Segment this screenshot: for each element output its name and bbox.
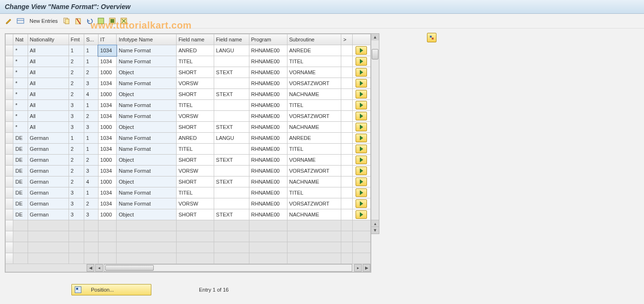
scroll-thumb-h[interactable] <box>105 265 154 271</box>
cell-fmt[interactable]: 2 <box>69 89 84 100</box>
cell-it[interactable]: 1034 <box>98 78 117 89</box>
cell-field2[interactable]: LANGU <box>214 45 249 56</box>
row-selector[interactable] <box>6 220 13 231</box>
row-selector[interactable] <box>6 111 13 122</box>
cell-nat[interactable]: * <box>13 56 28 67</box>
cell-subroutine[interactable]: TITEL <box>287 144 341 155</box>
cell-it[interactable]: 1000 <box>98 89 117 100</box>
cell-fmt[interactable]: 3 <box>69 100 84 111</box>
row-action-icon[interactable] <box>356 156 367 164</box>
cell-nat[interactable]: * <box>13 111 28 122</box>
position-button[interactable]: Position... <box>71 284 151 295</box>
cell-more[interactable] <box>341 100 352 111</box>
scroll-down-small-icon[interactable]: ▴ <box>371 220 379 227</box>
cell-fmt[interactable]: 2 <box>69 56 84 67</box>
cell-it[interactable]: 1000 <box>98 209 117 220</box>
select-all-icon[interactable] <box>97 17 105 25</box>
row-selector[interactable] <box>6 56 13 67</box>
cell-s[interactable]: 3 <box>84 166 98 177</box>
row-action-icon[interactable] <box>356 188 367 197</box>
cell-field2[interactable] <box>214 144 249 155</box>
cell-fmt[interactable]: 2 <box>69 67 84 78</box>
col-nationality[interactable]: Nationality <box>28 34 69 45</box>
row-action-icon[interactable] <box>356 210 367 219</box>
cell-field2[interactable]: STEXT <box>214 209 249 220</box>
col-more[interactable]: > <box>341 34 352 45</box>
row-selector-header[interactable] <box>6 34 13 45</box>
cell-s[interactable]: 4 <box>84 177 98 187</box>
row-action-icon[interactable] <box>356 134 367 142</box>
cell-subroutine[interactable]: NACHNAME <box>287 89 341 100</box>
cell-more[interactable] <box>341 67 352 78</box>
cell-subroutine[interactable]: NACHNAME <box>287 177 341 187</box>
cell-field1[interactable]: TITEL <box>176 56 214 67</box>
cell-more[interactable] <box>341 78 352 89</box>
cell-s[interactable]: 1 <box>84 187 98 198</box>
cell-program[interactable]: RHNAME00 <box>249 89 287 100</box>
row-action-icon[interactable] <box>356 112 367 120</box>
other-view-icon[interactable] <box>16 17 25 25</box>
cell-s[interactable]: 1 <box>84 45 98 56</box>
cell-more[interactable] <box>341 45 352 56</box>
scroll-track[interactable] <box>104 264 352 272</box>
cell-field2[interactable]: STEXT <box>214 122 249 133</box>
cell-field2[interactable]: STEXT <box>214 67 249 78</box>
row-action-icon[interactable] <box>356 57 367 66</box>
cell-more[interactable] <box>341 187 352 198</box>
cell-s[interactable]: 3 <box>84 122 98 133</box>
cell-fmt[interactable]: 2 <box>69 155 84 166</box>
cell-subroutine[interactable]: TITEL <box>287 56 341 67</box>
cell-program[interactable]: RHNAME00 <box>249 100 287 111</box>
cell-field1[interactable]: SHORT <box>176 177 214 187</box>
cell-it[interactable]: 1000 <box>98 67 117 78</box>
cell-program[interactable]: RHNAME00 <box>249 198 287 209</box>
cell-nat[interactable]: DE <box>13 133 28 144</box>
row-action-icon[interactable] <box>356 68 367 77</box>
cell-s[interactable]: 4 <box>84 89 98 100</box>
cell-it[interactable]: 1034 <box>98 45 117 56</box>
scroll-down-icon[interactable]: ▼ <box>371 226 379 234</box>
cell-field2[interactable] <box>214 187 249 198</box>
cell-subroutine[interactable]: VORSATZWORT <box>287 166 341 177</box>
cell-nat[interactable]: DE <box>13 187 28 198</box>
cell-field1[interactable]: SHORT <box>176 155 214 166</box>
cell-fmt[interactable]: 3 <box>69 122 84 133</box>
scroll-thumb[interactable] <box>372 49 378 59</box>
cell-nat[interactable]: DE <box>13 166 28 177</box>
cell-field1[interactable]: TITEL <box>176 187 214 198</box>
cell-s[interactable]: 1 <box>84 56 98 67</box>
cell-fmt[interactable]: 3 <box>69 209 84 220</box>
cell-fmt[interactable]: 1 <box>69 133 84 144</box>
toggle-display-change-icon[interactable] <box>5 17 13 25</box>
cell-field2[interactable] <box>214 100 249 111</box>
row-selector[interactable] <box>6 78 13 89</box>
cell-s[interactable]: 1 <box>84 100 98 111</box>
row-selector[interactable] <box>6 166 13 177</box>
col-infotype-name[interactable]: Infotype Name <box>117 34 176 45</box>
cell-nat[interactable]: * <box>13 122 28 133</box>
col-field-name-2[interactable]: Field name <box>214 34 249 45</box>
cell-it[interactable]: 1000 <box>98 122 117 133</box>
row-action-icon[interactable] <box>356 199 367 208</box>
cell-nat[interactable]: DE <box>13 209 28 220</box>
row-action-icon[interactable] <box>356 101 367 109</box>
cell-field2[interactable] <box>214 198 249 209</box>
cell-field2[interactable] <box>214 78 249 89</box>
scroll-left-small-icon[interactable]: ◂ <box>95 264 103 272</box>
cell-subroutine[interactable]: VORNAME <box>287 155 341 166</box>
cell-nat[interactable]: * <box>13 100 28 111</box>
cell-more[interactable] <box>341 155 352 166</box>
cell-field1[interactable]: SHORT <box>176 89 214 100</box>
cell-more[interactable] <box>341 209 352 220</box>
cell-program[interactable]: RHNAME00 <box>249 166 287 177</box>
cell-field1[interactable]: SHORT <box>176 122 214 133</box>
deselect-all-icon[interactable] <box>119 17 128 25</box>
cell-it[interactable]: 1034 <box>98 100 117 111</box>
horizontal-scrollbar[interactable]: ◀◂▸▶ <box>6 265 370 271</box>
col-s[interactable]: S... <box>84 34 98 45</box>
cell-subroutine[interactable]: NACHNAME <box>287 209 341 220</box>
cell-field1[interactable]: VORSW <box>176 198 214 209</box>
cell-nat[interactable]: * <box>13 89 28 100</box>
col-program[interactable]: Program <box>249 34 287 45</box>
cell-it[interactable]: 1034 <box>98 133 117 144</box>
